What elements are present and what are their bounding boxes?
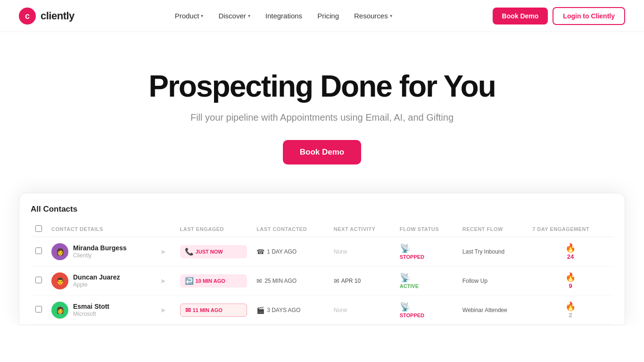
nav-actions: Book Demo Login to Cliently (493, 7, 625, 25)
last-contacted-cell: ✉25 MIN AGO (252, 266, 329, 296)
row-checkbox[interactable] (35, 277, 42, 283)
contact-cell: 👩 Miranda Burgess Cliently (47, 237, 156, 266)
last-contacted-label: 1 DAY AGO (267, 248, 297, 255)
recent-flow-label: Webinar Attendee (462, 307, 507, 313)
book-demo-button[interactable]: Book Demo (493, 8, 548, 25)
contact-company: Cliently (73, 252, 127, 259)
col-last-engaged: LAST ENGAGED (175, 222, 252, 237)
engagement-score: 24 (567, 253, 574, 260)
last-engaged-cell: 📞JUST NOW (175, 237, 252, 266)
last-contacted-label: 25 MIN AGO (264, 278, 297, 284)
engagement-cell: 🔥 24 (528, 237, 613, 266)
flow-status-cell: 📡 STOPPED (395, 296, 458, 325)
engagement-fire-icon: 🔥 (565, 301, 576, 312)
dashboard-preview: All Contacts CONTACT DETAILS LAST ENGAGE… (19, 193, 625, 325)
contact-company: Apple (73, 281, 120, 288)
contact-name: Miranda Burgess (73, 244, 127, 252)
nav-item-product[interactable]: Product ▾ (168, 8, 210, 24)
recent-flow-cell: Follow Up (458, 266, 528, 296)
recent-flow-cell: Last Try Inbound (458, 237, 528, 266)
send-icon: ➤ (160, 248, 166, 255)
last-engaged-cell: ✉11 MIN AGO (175, 296, 252, 325)
last-engaged-cell: ↩️10 MIN AGO (175, 266, 252, 296)
svg-text:c: c (25, 11, 30, 21)
col-checkbox (31, 222, 47, 237)
col-engagement: 7 DAY ENGAGEMENT (528, 222, 613, 237)
avatar: 👩 (51, 302, 68, 319)
flow-status-cell: 📡 ACTIVE (395, 266, 458, 296)
contact-company: Microsoft (73, 311, 109, 317)
last-contacted-cell: ☎1 DAY AGO (252, 237, 329, 266)
send-icon-cell: ➤ (156, 266, 175, 296)
chevron-down-icon: ▾ (390, 13, 392, 18)
send-icon-cell: ➤ (156, 237, 175, 266)
hero-heading: Prospecting Done for You (9, 70, 635, 103)
login-button[interactable]: Login to Cliently (553, 7, 625, 25)
row-checkbox[interactable] (35, 306, 42, 313)
avatar: 👨 (51, 272, 68, 289)
chevron-down-icon: ▾ (248, 13, 250, 18)
engagement-cell: 🔥 2 (528, 296, 613, 325)
send-icon: ➤ (160, 306, 166, 314)
dashboard-title: All Contacts (31, 205, 613, 214)
engagement-fire-icon: 🔥 (565, 243, 576, 253)
col-next-activity: NEXT ACTIVITY (329, 222, 395, 237)
row-checkbox-cell (31, 296, 47, 325)
row-checkbox-cell (31, 237, 47, 266)
flow-status-cell: 📡 STOPPED (395, 237, 458, 266)
nav-item-resources[interactable]: Resources ▾ (347, 8, 399, 24)
hero-section: Prospecting Done for You Fill your pipel… (0, 32, 644, 193)
next-activity-cell: None (329, 296, 395, 325)
logo[interactable]: c cliently (19, 8, 74, 25)
hero-subheading: Fill your pipeline with Appointments usi… (9, 112, 635, 123)
chevron-down-icon: ▾ (201, 13, 203, 18)
nav-item-integrations[interactable]: Integrations (259, 8, 309, 24)
avatar: 👩 (51, 243, 68, 260)
col-last-contacted: LAST CONTACTED (252, 222, 329, 237)
send-icon-cell: ➤ (156, 296, 175, 325)
select-all-checkbox[interactable] (35, 225, 42, 232)
table-row: 👨 Duncan Juarez Apple ➤ ↩️10 MIN AGO ✉25… (31, 266, 613, 296)
table-row: 👩 Esmai Stott Microsoft ➤ ✉11 MIN AGO 🎬3… (31, 296, 613, 325)
nav-item-discover[interactable]: Discover ▾ (212, 8, 256, 24)
recent-flow-label: Follow Up (462, 278, 487, 284)
nav-links: Product ▾ Discover ▾ Integrations Pricin… (168, 8, 399, 24)
contact-cell: 👨 Duncan Juarez Apple (47, 266, 156, 296)
contact-cell: 👩 Esmai Stott Microsoft (47, 296, 156, 325)
nav-item-pricing[interactable]: Pricing (311, 8, 346, 24)
row-checkbox-cell (31, 266, 47, 296)
table-row: 👩 Miranda Burgess Cliently ➤ 📞JUST NOW ☎… (31, 237, 613, 266)
logo-text: cliently (41, 10, 74, 22)
next-activity-cell: ✉APR 10 (329, 266, 395, 296)
next-activity-cell: None (329, 237, 395, 266)
hero-cta-button[interactable]: Book Demo (283, 140, 361, 165)
col-recent-flow: RECENT FLOW (458, 222, 528, 237)
contact-name: Esmai Stott (73, 303, 109, 310)
contact-name: Duncan Juarez (73, 273, 120, 281)
engagement-score: 9 (569, 282, 572, 289)
engagement-cell: 🔥 9 (528, 266, 613, 296)
row-checkbox[interactable] (35, 247, 42, 254)
last-contacted-label: 3 DAYS AGO (267, 307, 300, 313)
last-contacted-cell: 🎬3 DAYS AGO (252, 296, 329, 325)
engagement-score: 2 (569, 312, 572, 319)
col-contact-details: CONTACT DETAILS (47, 222, 175, 237)
col-flow-status: FLOW STATUS (395, 222, 458, 237)
logo-icon: c (19, 8, 36, 25)
recent-flow-label: Last Try Inbound (462, 248, 504, 255)
navbar: c cliently Product ▾ Discover ▾ Integrat… (0, 0, 644, 32)
contacts-table: CONTACT DETAILS LAST ENGAGED LAST CONTAC… (31, 222, 613, 325)
recent-flow-cell: Webinar Attendee (458, 296, 528, 325)
send-icon: ➤ (160, 277, 166, 285)
engagement-fire-icon: 🔥 (565, 272, 576, 282)
